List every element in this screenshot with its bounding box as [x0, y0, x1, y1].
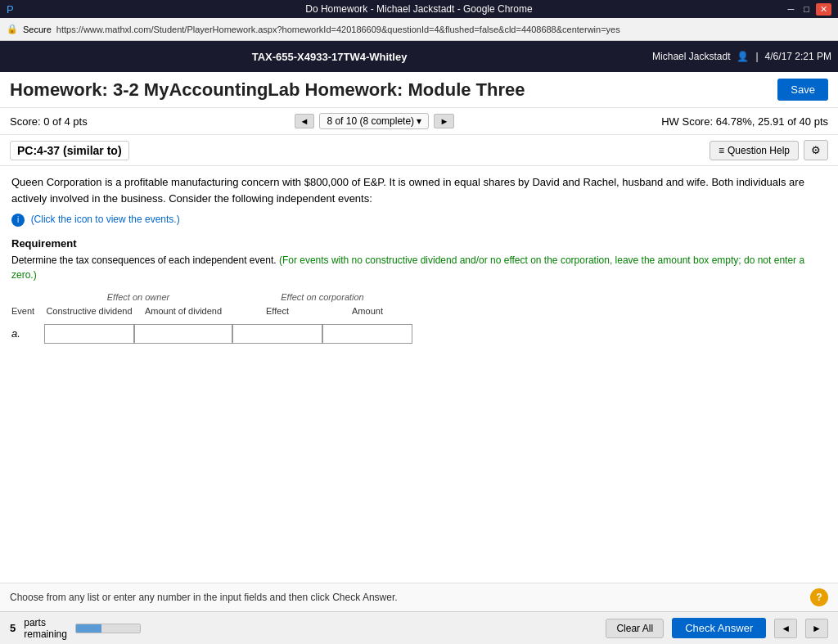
- browser-url: https://www.mathxl.com/Student/PlayerHom…: [56, 25, 620, 34]
- event-table: Effect on owner Effect on corporation Ev…: [11, 290, 827, 344]
- nav-controls: ◄ 8 of 10 (8 complete) ▾ ►: [295, 113, 455, 129]
- constructive-dividend-input[interactable]: [44, 324, 134, 344]
- title-bar-controls: ─ □ ✕: [785, 3, 831, 16]
- info-icon: i: [11, 214, 25, 227]
- hw-score-points: 25.91 of 40 pts: [758, 115, 828, 128]
- progress-text: 8 of 10 (8 complete) ▾: [319, 113, 429, 129]
- user-name: Michael Jackstadt: [652, 51, 730, 62]
- requirement-section: Requirement Determine the tax consequenc…: [11, 236, 827, 283]
- hw-score-label: HW Score: 64.78%, 25.91 of 40 pts: [661, 115, 828, 128]
- problem-text: Queen Corporation is a profitable manufa…: [11, 174, 827, 206]
- user-icon: 👤: [737, 51, 749, 62]
- requirement-desc-text: Determine the tax consequences of each i…: [11, 254, 277, 266]
- question-help-area: ≡ Question Help ⚙: [710, 140, 828, 160]
- page-title: Homework: 3-2 MyAccountingLab Homework: …: [10, 79, 525, 101]
- browser-bar: 🔒 Secure https://www.mathxl.com/Student/…: [0, 18, 838, 41]
- course-id: TAX-655-X4933-17TW4-Whitley: [252, 51, 408, 63]
- progress-dropdown-icon[interactable]: ▾: [417, 115, 421, 127]
- effect-owner-header: Effect on owner: [44, 290, 232, 304]
- main-header: Homework: 3-2 MyAccountingLab Homework: …: [0, 72, 838, 108]
- next-question-button[interactable]: ►: [434, 114, 454, 128]
- info-link[interactable]: (Click the icon to view the events.): [31, 214, 180, 225]
- nav-datetime: 4/6/17 2:21 PM: [765, 51, 831, 62]
- save-button[interactable]: Save: [777, 79, 828, 101]
- score-row: Score: 0 of 4 pts ◄ 8 of 10 (8 complete)…: [0, 108, 838, 135]
- title-bar-title: Do Homework - Michael Jackstadt - Google…: [305, 3, 532, 15]
- requirement-desc: Determine the tax consequences of each i…: [11, 253, 827, 282]
- col-amount-header: Amount: [322, 304, 412, 318]
- score-label: Score: 0 of 4 pts: [10, 115, 88, 128]
- info-link-row: i (Click the icon to view the events.): [11, 211, 827, 227]
- question-bar: PC:4-37 (similar to) ≡ Question Help ⚙: [0, 135, 838, 166]
- progress-value: 8 of 10 (8 complete): [327, 115, 414, 127]
- close-button[interactable]: ✕: [816, 3, 831, 16]
- gear-button[interactable]: ⚙: [804, 140, 828, 160]
- question-id: PC:4-37 (similar to): [10, 141, 129, 160]
- col-amount-div-header: Amount of dividend: [134, 304, 232, 318]
- title-bar: P Do Homework - Michael Jackstadt - Goog…: [0, 0, 838, 18]
- prev-question-button[interactable]: ◄: [295, 114, 315, 128]
- secure-label: Secure: [23, 25, 52, 34]
- problem-area: Queen Corporation is a profitable manufa…: [0, 166, 838, 352]
- question-help-icon: ≡: [719, 145, 724, 156]
- table-group-headers: Effect on owner Effect on corporation: [11, 290, 827, 304]
- col-effect-header: Effect: [232, 304, 322, 318]
- nav-separator: |: [755, 51, 758, 62]
- minimize-button[interactable]: ─: [785, 3, 798, 16]
- effect-corp-header: Effect on corporation: [232, 290, 412, 304]
- question-help-label: Question Help: [728, 145, 790, 156]
- question-help-button[interactable]: ≡ Question Help: [710, 141, 799, 160]
- lock-icon: 🔒: [7, 24, 18, 34]
- requirement-title: Requirement: [11, 236, 827, 252]
- table-row: a.: [11, 324, 827, 344]
- effect-input[interactable]: [232, 324, 322, 344]
- table-col-headers: Event Constructive dividend Amount of di…: [11, 304, 827, 322]
- hw-score-text: HW Score:: [661, 115, 713, 128]
- hw-score-percent: 64.78%,: [716, 115, 755, 128]
- maximize-button[interactable]: □: [800, 3, 813, 16]
- col-event-header: Event: [11, 304, 44, 318]
- amount-input[interactable]: [322, 324, 412, 344]
- amount-of-dividend-input[interactable]: [134, 324, 232, 344]
- user-info: Michael Jackstadt 👤 | 4/6/17 2:21 PM: [652, 51, 831, 62]
- title-bar-icon: P: [7, 3, 14, 16]
- top-nav: TAX-655-X4933-17TW4-Whitley Michael Jack…: [0, 41, 838, 72]
- event-label: a.: [11, 326, 44, 342]
- col-constructive-header: Constructive dividend: [44, 304, 134, 318]
